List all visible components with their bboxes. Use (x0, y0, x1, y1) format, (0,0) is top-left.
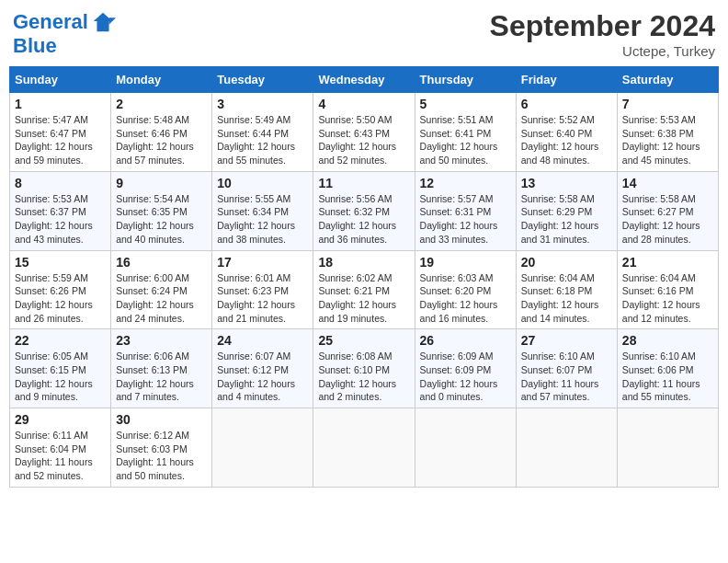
col-header-sunday: Sunday (10, 67, 111, 93)
day-number: 5 (420, 97, 511, 111)
day-info: Sunrise: 5:56 AM Sunset: 6:32 PM Dayligh… (318, 192, 409, 247)
logo-text: General (13, 11, 88, 33)
calendar-cell: 20Sunrise: 6:04 AM Sunset: 6:18 PM Dayli… (516, 250, 617, 329)
calendar-cell: 24Sunrise: 6:07 AM Sunset: 6:12 PM Dayli… (212, 329, 313, 408)
day-info: Sunrise: 6:06 AM Sunset: 6:13 PM Dayligh… (116, 350, 207, 404)
day-number: 13 (521, 176, 612, 190)
day-info: Sunrise: 6:10 AM Sunset: 6:07 PM Dayligh… (521, 350, 612, 404)
calendar-cell: 14Sunrise: 5:58 AM Sunset: 6:27 PM Dayli… (617, 171, 718, 250)
day-number: 30 (116, 412, 207, 427)
calendar-cell (617, 408, 718, 488)
calendar-cell: 13Sunrise: 5:58 AM Sunset: 6:29 PM Dayli… (516, 171, 617, 250)
day-info: Sunrise: 5:53 AM Sunset: 6:38 PM Dayligh… (622, 113, 713, 167)
calendar-cell: 1Sunrise: 5:47 AM Sunset: 6:47 PM Daylig… (10, 93, 111, 172)
col-header-monday: Monday (111, 67, 212, 93)
location: Uctepe, Turkey (490, 43, 715, 59)
day-number: 24 (217, 333, 308, 348)
calendar-cell: 5Sunrise: 5:51 AM Sunset: 6:41 PM Daylig… (415, 93, 516, 172)
day-info: Sunrise: 5:50 AM Sunset: 6:43 PM Dayligh… (318, 113, 409, 167)
day-number: 27 (521, 333, 612, 348)
calendar-cell: 18Sunrise: 6:02 AM Sunset: 6:21 PM Dayli… (313, 250, 415, 329)
day-info: Sunrise: 6:08 AM Sunset: 6:10 PM Dayligh… (318, 350, 409, 404)
calendar-cell: 23Sunrise: 6:06 AM Sunset: 6:13 PM Dayli… (111, 329, 212, 408)
day-info: Sunrise: 6:10 AM Sunset: 6:06 PM Dayligh… (622, 350, 713, 404)
title-block: September 2024 Uctepe, Turkey (490, 9, 715, 59)
day-number: 15 (15, 255, 106, 270)
day-number: 28 (622, 333, 713, 348)
calendar-cell: 2Sunrise: 5:48 AM Sunset: 6:46 PM Daylig… (111, 93, 212, 172)
calendar-cell: 26Sunrise: 6:09 AM Sunset: 6:09 PM Dayli… (415, 329, 516, 408)
col-header-wednesday: Wednesday (313, 67, 415, 93)
svg-marker-1 (108, 17, 115, 24)
day-number: 21 (622, 255, 713, 270)
day-number: 23 (116, 333, 207, 348)
day-number: 29 (15, 412, 106, 427)
calendar-cell: 7Sunrise: 5:53 AM Sunset: 6:38 PM Daylig… (617, 93, 718, 172)
calendar-table: SundayMondayTuesdayWednesdayThursdayFrid… (9, 66, 719, 488)
day-info: Sunrise: 6:11 AM Sunset: 6:04 PM Dayligh… (15, 429, 106, 483)
day-number: 14 (622, 176, 713, 190)
day-info: Sunrise: 5:53 AM Sunset: 6:37 PM Dayligh… (15, 192, 106, 247)
calendar-cell: 21Sunrise: 6:04 AM Sunset: 6:16 PM Dayli… (617, 250, 718, 329)
day-info: Sunrise: 5:48 AM Sunset: 6:46 PM Dayligh… (116, 113, 207, 167)
calendar-cell (415, 408, 516, 488)
day-info: Sunrise: 6:01 AM Sunset: 6:23 PM Dayligh… (217, 271, 308, 326)
calendar-cell: 8Sunrise: 5:53 AM Sunset: 6:37 PM Daylig… (10, 171, 111, 250)
col-header-saturday: Saturday (617, 67, 718, 93)
day-number: 4 (318, 97, 409, 111)
calendar-cell: 19Sunrise: 6:03 AM Sunset: 6:20 PM Dayli… (415, 250, 516, 329)
day-number: 20 (521, 255, 612, 270)
day-info: Sunrise: 5:51 AM Sunset: 6:41 PM Dayligh… (420, 113, 511, 167)
day-number: 16 (116, 255, 207, 270)
day-number: 17 (217, 255, 308, 270)
logo: General Blue (13, 9, 116, 57)
page-header: General Blue September 2024 Uctepe, Turk… (9, 9, 719, 59)
calendar-cell: 25Sunrise: 6:08 AM Sunset: 6:10 PM Dayli… (313, 329, 415, 408)
day-info: Sunrise: 5:49 AM Sunset: 6:44 PM Dayligh… (217, 113, 308, 167)
calendar-cell: 29Sunrise: 6:11 AM Sunset: 6:04 PM Dayli… (10, 408, 111, 488)
day-number: 25 (318, 333, 409, 348)
day-number: 6 (521, 97, 612, 111)
day-number: 10 (217, 176, 308, 190)
calendar-cell: 22Sunrise: 6:05 AM Sunset: 6:15 PM Dayli… (10, 329, 111, 408)
day-number: 26 (420, 333, 511, 348)
month-title: September 2024 (490, 9, 715, 43)
calendar-cell (516, 408, 617, 488)
day-number: 12 (420, 176, 511, 190)
calendar-cell: 15Sunrise: 5:59 AM Sunset: 6:26 PM Dayli… (10, 250, 111, 329)
day-number: 19 (420, 255, 511, 270)
day-info: Sunrise: 5:58 AM Sunset: 6:27 PM Dayligh… (622, 192, 713, 247)
day-number: 18 (318, 255, 409, 270)
day-info: Sunrise: 6:04 AM Sunset: 6:18 PM Dayligh… (521, 271, 612, 326)
calendar-cell: 27Sunrise: 6:10 AM Sunset: 6:07 PM Dayli… (516, 329, 617, 408)
col-header-tuesday: Tuesday (212, 67, 313, 93)
day-info: Sunrise: 6:07 AM Sunset: 6:12 PM Dayligh… (217, 350, 308, 404)
day-info: Sunrise: 5:58 AM Sunset: 6:29 PM Dayligh… (521, 192, 612, 247)
day-info: Sunrise: 6:03 AM Sunset: 6:20 PM Dayligh… (420, 271, 511, 326)
day-number: 7 (622, 97, 713, 111)
day-number: 22 (15, 333, 106, 348)
day-info: Sunrise: 5:59 AM Sunset: 6:26 PM Dayligh… (15, 271, 106, 326)
col-header-friday: Friday (516, 67, 617, 93)
logo-icon (90, 9, 116, 35)
day-number: 3 (217, 97, 308, 111)
logo-blue-text: Blue (13, 35, 57, 57)
calendar-cell: 9Sunrise: 5:54 AM Sunset: 6:35 PM Daylig… (111, 171, 212, 250)
calendar-cell: 10Sunrise: 5:55 AM Sunset: 6:34 PM Dayli… (212, 171, 313, 250)
day-info: Sunrise: 6:04 AM Sunset: 6:16 PM Dayligh… (622, 271, 713, 326)
calendar-cell: 6Sunrise: 5:52 AM Sunset: 6:40 PM Daylig… (516, 93, 617, 172)
day-info: Sunrise: 5:55 AM Sunset: 6:34 PM Dayligh… (217, 192, 308, 247)
day-info: Sunrise: 6:09 AM Sunset: 6:09 PM Dayligh… (420, 350, 511, 404)
col-header-thursday: Thursday (415, 67, 516, 93)
day-info: Sunrise: 6:00 AM Sunset: 6:24 PM Dayligh… (116, 271, 207, 326)
calendar-cell (313, 408, 415, 488)
day-info: Sunrise: 6:02 AM Sunset: 6:21 PM Dayligh… (318, 271, 409, 326)
calendar-cell: 28Sunrise: 6:10 AM Sunset: 6:06 PM Dayli… (617, 329, 718, 408)
calendar-cell: 16Sunrise: 6:00 AM Sunset: 6:24 PM Dayli… (111, 250, 212, 329)
day-info: Sunrise: 5:57 AM Sunset: 6:31 PM Dayligh… (420, 192, 511, 247)
calendar-cell (212, 408, 313, 488)
calendar-cell: 12Sunrise: 5:57 AM Sunset: 6:31 PM Dayli… (415, 171, 516, 250)
calendar-cell: 30Sunrise: 6:12 AM Sunset: 6:03 PM Dayli… (111, 408, 212, 488)
day-number: 9 (116, 176, 207, 190)
day-number: 2 (116, 97, 207, 111)
